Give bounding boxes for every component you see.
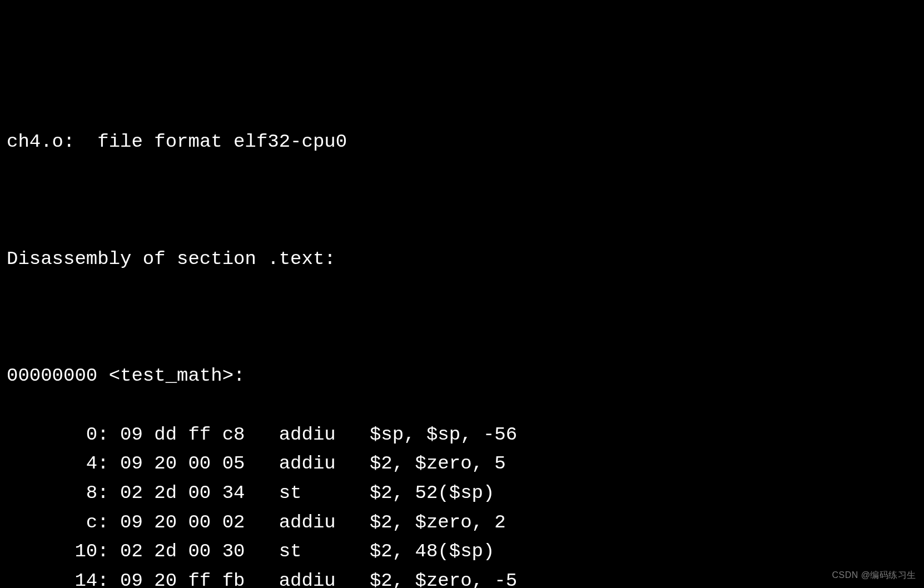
instruction-bytes: 02 2d 00 34 bbox=[120, 482, 245, 504]
instruction-bytes: 02 2d 00 30 bbox=[120, 541, 245, 562]
instruction-operands: $2, 48($sp) bbox=[370, 541, 494, 562]
file-format: elf32-cpu0 bbox=[234, 131, 347, 152]
instruction-operands: $2, $zero, 5 bbox=[370, 453, 506, 474]
symbol-address: 00000000 bbox=[7, 365, 97, 386]
file-header-line: ch4.o: file format elf32-cpu0 bbox=[7, 127, 917, 157]
instruction-row: 4: 09 20 00 05 addiu $2, $zero, 5 bbox=[7, 449, 917, 479]
instruction-offset: 14: bbox=[7, 570, 109, 588]
instruction-list: 0: 09 dd ff c8 addiu $sp, $sp, -56 4: 09… bbox=[7, 420, 917, 588]
instruction-operands: $2, $zero, -5 bbox=[370, 570, 517, 588]
instruction-row: 14: 09 20 ff fb addiu $2, $zero, -5 bbox=[7, 566, 917, 588]
instruction-mnemonic: addiu bbox=[279, 424, 370, 445]
instruction-offset: 8: bbox=[7, 482, 109, 504]
instruction-row: 0: 09 dd ff c8 addiu $sp, $sp, -56 bbox=[7, 420, 917, 450]
instruction-bytes: 09 20 ff fb bbox=[120, 570, 245, 588]
file-format-label: file format bbox=[97, 131, 222, 152]
instruction-mnemonic: st bbox=[279, 541, 370, 562]
instruction-offset: 10: bbox=[7, 541, 109, 562]
instruction-row: 10: 02 2d 00 30 st $2, 48($sp) bbox=[7, 537, 917, 566]
section-header: Disassembly of section .text: bbox=[7, 245, 917, 274]
instruction-mnemonic: addiu bbox=[279, 512, 370, 533]
instruction-operands: $2, $zero, 2 bbox=[370, 512, 506, 533]
instruction-row: c: 09 20 00 02 addiu $2, $zero, 2 bbox=[7, 508, 917, 537]
symbol-line: 00000000 <test_math>: bbox=[7, 361, 917, 391]
symbol-name: <test_math>: bbox=[109, 365, 245, 386]
blank-line bbox=[7, 303, 917, 332]
blank-line bbox=[7, 186, 917, 215]
instruction-operands: $sp, $sp, -56 bbox=[370, 424, 517, 445]
watermark: CSDN @编码练习生 bbox=[832, 569, 916, 582]
instruction-bytes: 09 dd ff c8 bbox=[120, 424, 245, 445]
filename: ch4.o bbox=[7, 131, 63, 152]
instruction-mnemonic: st bbox=[279, 482, 370, 504]
instruction-mnemonic: addiu bbox=[279, 570, 370, 588]
instruction-operands: $2, 52($sp) bbox=[370, 482, 494, 504]
instruction-row: 8: 02 2d 00 34 st $2, 52($sp) bbox=[7, 479, 917, 508]
instruction-offset: 4: bbox=[7, 453, 109, 474]
instruction-offset: c: bbox=[7, 512, 109, 533]
instruction-mnemonic: addiu bbox=[279, 453, 370, 474]
instruction-offset: 0: bbox=[7, 424, 109, 445]
instruction-bytes: 09 20 00 05 bbox=[120, 453, 245, 474]
instruction-bytes: 09 20 00 02 bbox=[120, 512, 245, 533]
